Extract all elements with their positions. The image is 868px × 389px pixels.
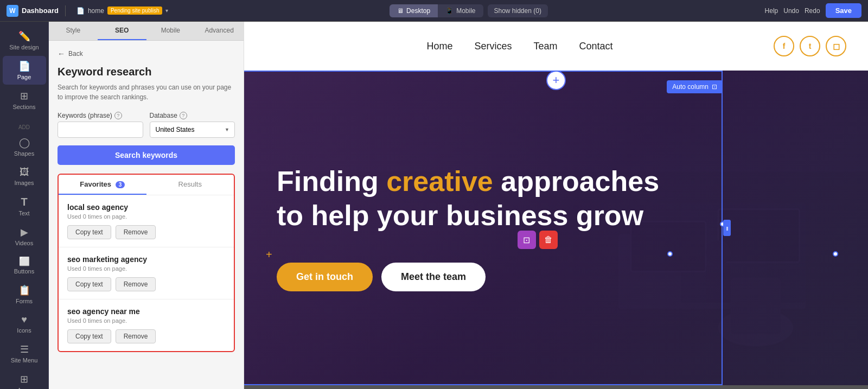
hero-content: Finding creative approachesto help your …	[244, 71, 868, 385]
sidebar-item-shapes-label: Shapes	[14, 150, 34, 157]
edit-element-btn[interactable]: ⊡	[518, 231, 536, 249]
nav-link-team[interactable]: Team	[533, 41, 557, 52]
redo-btn[interactable]: Redo	[805, 7, 820, 15]
get-in-touch-btn[interactable]: Get in touch	[277, 263, 373, 291]
keyword-actions-1: Copy text Remove	[67, 277, 225, 291]
dashboard-label: Dashboard	[22, 7, 59, 15]
sidebar-item-apps[interactable]: ⊞ Apps	[3, 369, 46, 389]
forms-icon: 📋	[18, 284, 30, 296]
selection-handle-bc[interactable]	[667, 251, 673, 257]
topbar-divider	[65, 5, 66, 16]
tab-seo[interactable]: SEO	[98, 22, 146, 40]
social-facebook[interactable]: f	[774, 36, 794, 56]
dashboard-logo[interactable]: W Dashboard	[7, 5, 59, 17]
site-nav: Home Services Team Contact f t ◻	[244, 22, 868, 71]
keyword-remove-btn-2[interactable]: Remove	[116, 329, 156, 343]
tab-style[interactable]: Style	[49, 22, 98, 40]
icon-sidebar: ✏️ Site design 📄 Page ⊞ Sections Add ◯ S…	[0, 22, 49, 389]
canvas: Home Services Team Contact f t ◻ + Auto …	[244, 22, 868, 389]
back-label: Back	[68, 50, 83, 58]
videos-icon: ▶	[21, 226, 28, 238]
keyword-remove-btn-0[interactable]: Remove	[116, 225, 156, 239]
delete-element-btn[interactable]: 🗑	[539, 231, 558, 249]
undo-btn[interactable]: Undo	[783, 7, 799, 15]
nav-link-home[interactable]: Home	[426, 41, 452, 52]
search-keywords-btn[interactable]: Search keywords	[58, 145, 235, 165]
sidebar-item-icons-label: Icons	[17, 327, 31, 334]
keyword-item-2: seo agency near me Used 0 times on page.…	[59, 299, 234, 351]
favorites-badge: 3	[116, 181, 125, 188]
sidebar-item-sections-label: Sections	[12, 104, 35, 110]
sidebar-item-text[interactable]: T Text	[3, 192, 46, 221]
hero-heading: Finding creative approachesto help your …	[277, 164, 667, 232]
help-btn[interactable]: Help	[765, 7, 778, 15]
monitor-icon: 🖥	[397, 7, 404, 15]
database-select-wrapper: United States	[150, 122, 235, 138]
sidebar-item-page[interactable]: 📄 Page	[3, 56, 46, 85]
auto-column-label: Auto column	[672, 83, 709, 91]
file-icon: 📄	[76, 7, 85, 15]
sidebar-item-videos[interactable]: ▶ Videos	[3, 222, 46, 251]
sidebar-item-images[interactable]: 🖼 Images	[3, 162, 46, 190]
keyword-usage-1: Used 0 times on page.	[67, 265, 225, 272]
sidebar-item-icons[interactable]: ♥ Icons	[3, 310, 46, 338]
home-tab[interactable]: 📄 home Pending site publish ▾	[72, 4, 173, 17]
sidebar-item-page-label: Page	[17, 74, 31, 80]
sidebar-item-site-menu-label: Site Menu	[11, 357, 38, 364]
hero-buttons: Get in touch Meet the team	[277, 263, 835, 291]
selection-handle-br[interactable]	[833, 251, 838, 257]
keywords-box: Favorites 3 Results local seo agency Use…	[58, 174, 235, 352]
tab-advanced[interactable]: Advanced	[195, 22, 244, 40]
social-instagram[interactable]: ◻	[826, 36, 846, 56]
sidebar-item-site-menu[interactable]: ☰ Site Menu	[3, 339, 46, 368]
add-section-btn[interactable]: +	[546, 71, 566, 90]
panel: Style SEO Mobile Advanced ← Back Keyword…	[49, 22, 244, 389]
keyword-copy-btn-2[interactable]: Copy text	[67, 329, 111, 343]
mobile-label: Mobile	[456, 7, 475, 15]
pending-badge: Pending site publish	[107, 7, 163, 15]
meet-the-team-btn[interactable]: Meet the team	[381, 263, 486, 291]
logo-icon: W	[7, 5, 18, 17]
apps-icon: ⊞	[20, 373, 28, 385]
sidebar-item-images-label: Images	[14, 180, 34, 186]
sidebar-item-sections[interactable]: ⊞ Sections	[3, 86, 46, 114]
home-tab-label: home	[88, 7, 104, 15]
save-btn[interactable]: Save	[826, 3, 861, 18]
resize-handle[interactable]: |||	[723, 220, 731, 236]
nav-link-services[interactable]: Services	[474, 41, 512, 52]
auto-column-badge[interactable]: Auto column ⊡	[667, 80, 723, 93]
keyword-item-1: seo marketing agency Used 0 times on pag…	[59, 247, 234, 299]
keyword-copy-btn-1[interactable]: Copy text	[67, 277, 111, 291]
nav-link-contact[interactable]: Contact	[579, 41, 613, 52]
sidebar-item-forms[interactable]: 📋 Forms	[3, 280, 46, 309]
sidebar-item-shapes[interactable]: ◯ Shapes	[3, 132, 46, 161]
social-twitter[interactable]: t	[800, 36, 820, 56]
keywords-help-icon[interactable]: ?	[114, 112, 122, 119]
kw-tab-results[interactable]: Results	[146, 175, 234, 195]
keyword-copy-btn-0[interactable]: Copy text	[67, 225, 111, 239]
keywords-input[interactable]	[58, 122, 143, 138]
keyword-actions-0: Copy text Remove	[67, 225, 225, 239]
sidebar-item-buttons[interactable]: ⬜ Buttons	[3, 252, 46, 279]
kw-tab-favorites[interactable]: Favorites 3	[59, 175, 146, 195]
dropdown-icon[interactable]: ▾	[165, 8, 168, 14]
database-help-icon[interactable]: ?	[180, 112, 187, 119]
sidebar-item-buttons-label: Buttons	[14, 268, 34, 275]
mobile-view-btn[interactable]: 📱 Mobile	[438, 4, 483, 17]
tab-mobile[interactable]: Mobile	[146, 22, 195, 40]
desktop-view-btn[interactable]: 🖥 Desktop	[390, 4, 438, 17]
database-select[interactable]: United States	[150, 122, 235, 138]
images-icon: 🖼	[20, 167, 29, 178]
icons-icon: ♥	[21, 314, 27, 326]
back-btn[interactable]: ← Back	[58, 49, 83, 58]
keyword-name-2: seo agency near me	[67, 307, 225, 316]
site-design-icon: ✏️	[18, 30, 30, 42]
keyword-item-0: local seo agency Used 0 times on page. C…	[59, 195, 234, 247]
show-hidden-btn[interactable]: Show hidden (0)	[488, 4, 548, 17]
kw-tabs: Favorites 3 Results	[59, 175, 234, 195]
add-label: Add	[18, 124, 30, 130]
panel-tabs: Style SEO Mobile Advanced	[49, 22, 244, 41]
keyword-remove-btn-1[interactable]: Remove	[116, 277, 156, 291]
sidebar-item-site-design[interactable]: ✏️ Site design	[3, 26, 46, 55]
hero-section: ⊡ 🗑 Finding creative approachesto help y…	[244, 71, 868, 385]
